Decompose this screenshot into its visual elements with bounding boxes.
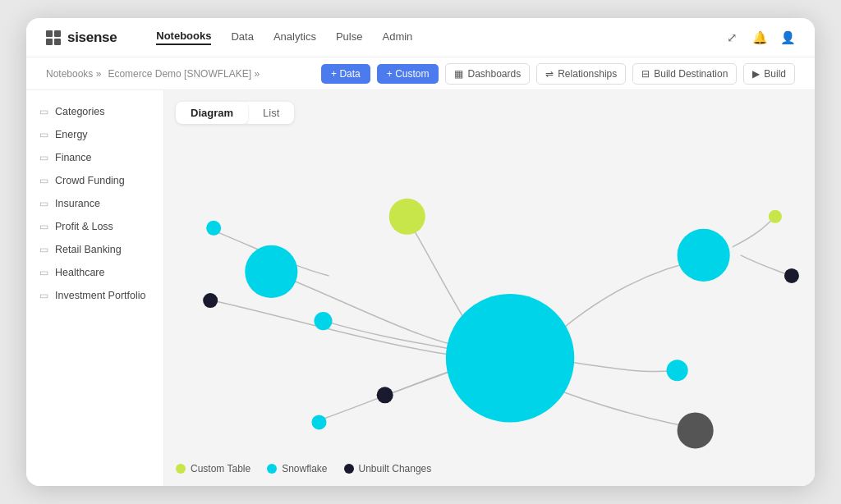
content-area: ▭ Categories ▭ Energy ▭ Finance ▭ Crowd … (26, 90, 815, 486)
logo: sisense (46, 30, 117, 46)
sidebar-item-energy[interactable]: ▭ Energy (26, 123, 163, 146)
relationships-icon: ⇌ (545, 68, 554, 80)
dashboards-icon: ▦ (454, 68, 463, 80)
node-unbuilt-2[interactable] (377, 387, 393, 403)
sidebar-item-insurance[interactable]: ▭ Insurance (26, 192, 163, 215)
list-toggle[interactable]: List (248, 102, 294, 124)
node-snowflake-2[interactable] (245, 245, 297, 298)
bell-icon[interactable]: 🔔 (752, 30, 767, 45)
diagram-svg (164, 90, 815, 486)
node-unbuilt-3[interactable] (784, 268, 799, 283)
sidebar-item-investment-portfolio[interactable]: ▭ Investment Portfolio (26, 284, 163, 307)
nav-pulse[interactable]: Pulse (336, 30, 363, 44)
view-toggle: Diagram List (176, 102, 294, 124)
node-snowflake-4[interactable] (311, 415, 326, 429)
nav-admin[interactable]: Admin (382, 30, 412, 44)
build-destination-button[interactable]: ⊟ Build Destination (632, 63, 737, 85)
sidebar-item-healthcare[interactable]: ▭ Healthcare (26, 261, 163, 284)
folder-icon: ▭ (39, 244, 48, 255)
top-nav: sisense Notebooks Data Analytics Pulse A… (26, 18, 815, 57)
folder-icon: ▭ (39, 198, 48, 209)
node-unbuilt-1[interactable] (203, 293, 218, 308)
build-button[interactable]: ▶ Build (743, 63, 795, 85)
main-content: Diagram List (164, 90, 815, 486)
nav-links: Notebooks Data Analytics Pulse Admin (156, 30, 724, 45)
folder-icon: ▭ (39, 129, 48, 140)
legend-unbuilt: Unbuilt Changes (344, 463, 432, 474)
relationships-button[interactable]: ⇌ Relationships (536, 63, 626, 85)
nav-notebooks[interactable]: Notebooks (156, 30, 211, 45)
legend-custom-table: Custom Table (176, 463, 250, 474)
sidebar-item-profit-loss[interactable]: ▭ Profit & Loss (26, 215, 163, 238)
sidebar-item-retail-banking[interactable]: ▭ Retail Banking (26, 238, 163, 261)
toolbar-buttons: + Data + Custom ▦ Dashboards ⇌ Relations… (321, 63, 795, 85)
node-snowflake-5[interactable] (678, 229, 730, 282)
folder-icon: ▭ (39, 267, 48, 278)
folder-icon: ▭ (39, 152, 48, 163)
dashboards-button[interactable]: ▦ Dashboards (445, 63, 530, 85)
nav-data[interactable]: Data (231, 30, 253, 44)
nav-analytics[interactable]: Analytics (273, 30, 316, 44)
logo-icon (46, 30, 61, 45)
legend-dot-snowflake (267, 464, 277, 474)
legend-dot-unbuilt (344, 464, 354, 474)
folder-icon: ▭ (39, 221, 48, 232)
node-snowflake-1[interactable] (206, 221, 221, 236)
diagram-toggle[interactable]: Diagram (176, 102, 248, 124)
breadcrumb-demo[interactable]: Ecomerce Demo [SNOWFLAKE] » (108, 68, 260, 80)
node-snowflake-3[interactable] (314, 312, 332, 330)
breadcrumb-notebooks[interactable]: Notebooks » (46, 68, 101, 80)
folder-icon: ▭ (39, 290, 48, 301)
node-snowflake-main[interactable] (446, 294, 574, 422)
legend-snowflake: Snowflake (267, 463, 327, 474)
breadcrumb-bar: Notebooks » Ecomerce Demo [SNOWFLAKE] » … (26, 57, 815, 90)
legend: Custom Table Snowflake Unbuilt Changes (176, 463, 431, 474)
sidebar-item-categories[interactable]: ▭ Categories (26, 100, 163, 123)
build-dest-icon: ⊟ (641, 68, 650, 80)
logo-text: sisense (67, 30, 117, 46)
build-icon: ▶ (752, 68, 760, 80)
sidebar-item-finance[interactable]: ▭ Finance (26, 146, 163, 169)
folder-icon: ▭ (39, 175, 48, 186)
node-unbuilt-large[interactable] (678, 412, 714, 448)
node-snowflake-6[interactable] (667, 360, 688, 381)
add-custom-button[interactable]: + Custom (377, 64, 439, 84)
sidebar: ▭ Categories ▭ Energy ▭ Finance ▭ Crowd … (26, 90, 164, 486)
node-custom-table[interactable] (389, 199, 425, 235)
legend-dot-custom (176, 464, 186, 474)
app-window: sisense Notebooks Data Analytics Pulse A… (26, 18, 815, 486)
folder-icon: ▭ (39, 106, 48, 117)
sidebar-item-crowd-funding[interactable]: ▭ Crowd Funding (26, 169, 163, 192)
breadcrumb: Notebooks » Ecomerce Demo [SNOWFLAKE] » (46, 68, 260, 80)
add-data-button[interactable]: + Data (321, 64, 370, 84)
user-icon[interactable]: 👤 (780, 30, 795, 45)
node-custom-table-2[interactable] (769, 210, 782, 223)
nav-right: ⤢ 🔔 👤 (724, 30, 795, 45)
chart-icon[interactable]: ⤢ (724, 30, 739, 45)
